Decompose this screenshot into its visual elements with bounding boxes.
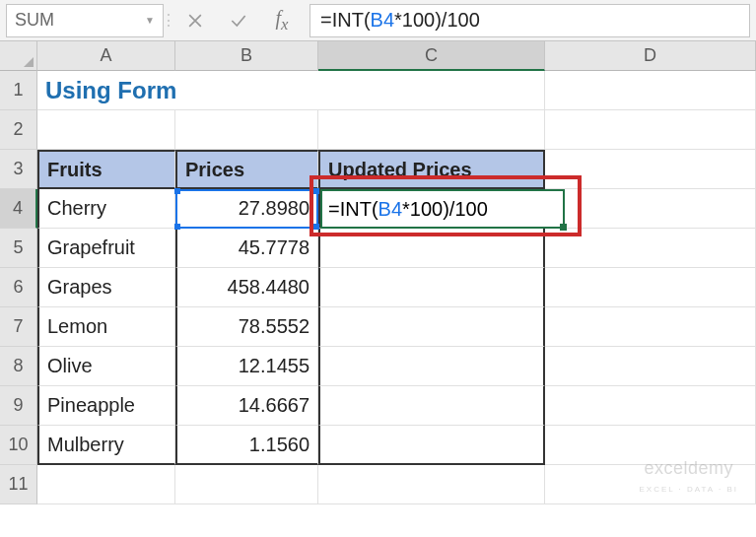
col-header-B[interactable]: B (175, 41, 318, 71)
cell-price[interactable]: 12.1455 (175, 347, 318, 386)
check-icon (229, 11, 248, 31)
name-box-value: SUM (15, 10, 54, 31)
table-header[interactable]: Fruits (37, 150, 175, 189)
table-header[interactable]: Prices (175, 150, 318, 189)
cell[interactable] (545, 150, 756, 189)
select-all-corner[interactable] (0, 41, 37, 71)
row-header[interactable]: 1 (0, 71, 37, 110)
row-header[interactable]: 7 (0, 307, 37, 347)
cell-price[interactable]: 27.8980 (175, 189, 318, 229)
fx-icon: fx (276, 7, 289, 34)
cancel-button[interactable] (173, 4, 217, 37)
cell[interactable] (545, 347, 756, 386)
cell-fruit[interactable]: Lemon (37, 307, 175, 347)
fill-handle[interactable] (560, 224, 567, 231)
cell[interactable] (175, 71, 318, 110)
cell-price[interactable]: 78.5552 (175, 307, 318, 347)
cell[interactable] (545, 268, 756, 307)
col-header-D[interactable]: D (545, 41, 756, 71)
formula-bar: SUM ▼ ⋮ fx =INT(B4*100)/100 (0, 0, 756, 41)
col-header-A[interactable]: A (37, 41, 175, 71)
watermark: exceldemy EXCEL · DATA · BI (639, 458, 738, 494)
edit-ref: B4 (378, 198, 402, 221)
cell-fruit[interactable]: Cherry (37, 189, 175, 229)
chevron-down-icon[interactable]: ▼ (145, 15, 155, 26)
watermark-sub: EXCEL · DATA · BI (639, 485, 738, 494)
row-header[interactable]: 5 (0, 229, 37, 268)
cell[interactable] (545, 189, 756, 229)
grid-rows: 1 Using Formula INT(number*100)/100 2 3 … (0, 71, 756, 504)
cell-fruit[interactable]: Grapes (37, 268, 175, 307)
cell[interactable] (37, 110, 175, 150)
formula-text-ref: B4 (371, 9, 394, 32)
name-box[interactable]: SUM ▼ (6, 4, 164, 37)
cell-updated[interactable] (318, 347, 545, 386)
row-header[interactable]: 2 (0, 110, 37, 150)
column-headers: A B C D (0, 41, 756, 71)
cell-fruit[interactable]: Grapefruit (37, 229, 175, 268)
cell-updated[interactable] (318, 426, 545, 465)
row-header[interactable]: 10 (0, 426, 37, 465)
formula-text-prefix: =INT( (320, 9, 371, 32)
cell[interactable] (545, 307, 756, 347)
cell[interactable] (175, 110, 318, 150)
cell-updated[interactable] (318, 386, 545, 426)
cell-updated[interactable] (318, 307, 545, 347)
row-header[interactable]: 3 (0, 150, 37, 189)
cell-fruit[interactable]: Olive (37, 347, 175, 386)
title-cell[interactable]: Using Formula INT(number*100)/100 (37, 71, 175, 110)
cell-price[interactable]: 458.4480 (175, 268, 318, 307)
row-header[interactable]: 8 (0, 347, 37, 386)
cell[interactable] (318, 110, 545, 150)
row-header[interactable]: 6 (0, 268, 37, 307)
enter-button[interactable] (217, 4, 260, 37)
cell-price[interactable]: 1.1560 (175, 426, 318, 465)
separator: ⋮ (164, 11, 173, 30)
cell-fruit[interactable]: Mulberry (37, 426, 175, 465)
cell-fruit[interactable]: Pineapple (37, 386, 175, 426)
formula-text-suffix: *100)/100 (394, 9, 480, 32)
cell[interactable] (545, 229, 756, 268)
col-header-C[interactable]: C (318, 41, 545, 71)
editing-cell[interactable]: =INT(B4*100)/100 (320, 189, 565, 229)
edit-prefix: =INT( (328, 198, 378, 221)
cell-updated[interactable] (318, 229, 545, 268)
cell[interactable] (545, 110, 756, 150)
cell[interactable] (318, 465, 545, 504)
cell[interactable] (175, 465, 318, 504)
row-header[interactable]: 11 (0, 465, 37, 504)
formula-input[interactable]: =INT(B4*100)/100 (309, 4, 750, 37)
cell[interactable] (545, 386, 756, 426)
watermark-main: exceldemy (644, 458, 733, 479)
cell-price[interactable]: 45.7778 (175, 229, 318, 268)
cell[interactable] (545, 71, 756, 110)
table-header[interactable]: Updated Prices (318, 150, 545, 189)
cell[interactable] (37, 465, 175, 504)
edit-suffix: *100)/100 (402, 198, 488, 221)
row-header[interactable]: 9 (0, 386, 37, 426)
cell[interactable] (318, 71, 545, 110)
close-icon (185, 11, 205, 31)
worksheet: A B C D 1 Using Formula INT(number*100)/… (0, 41, 756, 504)
insert-function-button[interactable]: fx (260, 4, 304, 37)
row-header[interactable]: 4 (0, 189, 37, 229)
cell-price[interactable]: 14.6667 (175, 386, 318, 426)
cell-updated[interactable] (318, 268, 545, 307)
